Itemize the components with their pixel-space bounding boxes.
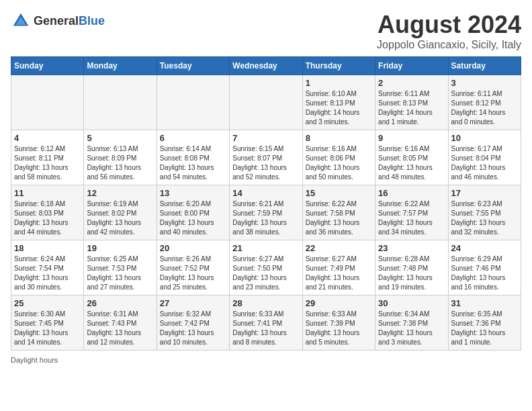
day-info: Sunrise: 6:18 AMSunset: 8:03 PMDaylight:… [14, 199, 81, 237]
day-number: 11 [14, 188, 81, 198]
day-number: 15 [306, 188, 372, 198]
col-saturday: Saturday [448, 57, 521, 75]
calendar-cell [230, 75, 302, 130]
day-number: 3 [451, 78, 518, 88]
day-info: Sunrise: 6:27 AMSunset: 7:50 PMDaylight:… [232, 255, 299, 292]
col-wednesday: Wednesday [230, 57, 302, 75]
day-number: 19 [87, 243, 153, 253]
day-number: 27 [160, 298, 226, 308]
day-number: 28 [232, 298, 299, 308]
calendar-cell: 5Sunrise: 6:13 AMSunset: 8:09 PMDaylight… [84, 130, 157, 185]
col-thursday: Thursday [302, 57, 375, 75]
day-number: 21 [232, 243, 299, 253]
day-number: 6 [160, 133, 226, 143]
day-info: Sunrise: 6:24 AMSunset: 7:54 PMDaylight:… [14, 255, 81, 292]
calendar-cell [84, 75, 157, 130]
calendar-cell: 3Sunrise: 6:11 AMSunset: 8:12 PMDaylight… [448, 75, 521, 130]
day-info: Sunrise: 6:13 AMSunset: 8:09 PMDaylight:… [87, 144, 153, 182]
day-info: Sunrise: 6:35 AMSunset: 7:36 PMDaylight:… [451, 310, 518, 347]
day-number: 2 [378, 78, 445, 88]
week-row-3: 11Sunrise: 6:18 AMSunset: 8:03 PMDayligh… [11, 185, 521, 240]
calendar-cell: 28Sunrise: 6:33 AMSunset: 7:41 PMDayligh… [230, 295, 302, 351]
col-sunday: Sunday [11, 57, 84, 75]
calendar-cell: 21Sunrise: 6:27 AMSunset: 7:50 PMDayligh… [230, 240, 302, 295]
calendar-cell: 14Sunrise: 6:21 AMSunset: 7:59 PMDayligh… [230, 185, 302, 240]
day-info: Sunrise: 6:11 AMSunset: 8:13 PMDaylight:… [378, 89, 445, 127]
calendar-cell: 8Sunrise: 6:16 AMSunset: 8:06 PMDaylight… [302, 130, 375, 185]
logo: GeneralBlue [11, 11, 105, 31]
day-info: Sunrise: 6:16 AMSunset: 8:06 PMDaylight:… [306, 144, 372, 182]
day-info: Sunrise: 6:29 AMSunset: 7:46 PMDaylight:… [451, 255, 518, 292]
week-row-5: 25Sunrise: 6:30 AMSunset: 7:45 PMDayligh… [11, 295, 521, 351]
logo-icon [11, 11, 31, 31]
logo-blue: Blue [79, 14, 105, 28]
day-number: 22 [306, 243, 372, 253]
calendar-cell: 10Sunrise: 6:17 AMSunset: 8:04 PMDayligh… [448, 130, 521, 185]
day-number: 9 [378, 133, 445, 143]
calendar-cell [11, 75, 84, 130]
day-info: Sunrise: 6:33 AMSunset: 7:39 PMDaylight:… [306, 310, 372, 347]
calendar-cell [157, 75, 229, 130]
calendar-cell: 13Sunrise: 6:20 AMSunset: 8:00 PMDayligh… [157, 185, 229, 240]
title-area: August 2024 Joppolo Giancaxio, Sicily, I… [377, 11, 521, 51]
day-info: Sunrise: 6:10 AMSunset: 8:13 PMDaylight:… [306, 89, 372, 127]
calendar-cell: 12Sunrise: 6:19 AMSunset: 8:02 PMDayligh… [84, 185, 157, 240]
day-info: Sunrise: 6:31 AMSunset: 7:43 PMDaylight:… [87, 310, 153, 347]
week-row-4: 18Sunrise: 6:24 AMSunset: 7:54 PMDayligh… [11, 240, 521, 295]
day-info: Sunrise: 6:22 AMSunset: 7:58 PMDaylight:… [306, 199, 372, 237]
day-info: Sunrise: 6:15 AMSunset: 8:07 PMDaylight:… [232, 144, 299, 182]
day-info: Sunrise: 6:30 AMSunset: 7:45 PMDaylight:… [14, 310, 81, 347]
day-number: 4 [14, 133, 81, 143]
day-number: 23 [378, 243, 445, 253]
calendar-cell: 31Sunrise: 6:35 AMSunset: 7:36 PMDayligh… [448, 295, 521, 351]
day-number: 13 [160, 188, 226, 198]
day-info: Sunrise: 6:23 AMSunset: 7:55 PMDaylight:… [451, 199, 518, 237]
day-info: Sunrise: 6:14 AMSunset: 8:08 PMDaylight:… [160, 144, 226, 182]
day-info: Sunrise: 6:34 AMSunset: 7:38 PMDaylight:… [378, 310, 445, 347]
day-info: Sunrise: 6:17 AMSunset: 8:04 PMDaylight:… [451, 144, 518, 182]
header: GeneralBlue August 2024 Joppolo Giancaxi… [11, 11, 521, 51]
calendar-header: Sunday Monday Tuesday Wednesday Thursday… [11, 57, 521, 75]
day-info: Sunrise: 6:11 AMSunset: 8:12 PMDaylight:… [451, 89, 518, 127]
calendar-cell: 29Sunrise: 6:33 AMSunset: 7:39 PMDayligh… [302, 295, 375, 351]
day-number: 16 [378, 188, 445, 198]
day-info: Sunrise: 6:20 AMSunset: 8:00 PMDaylight:… [160, 199, 226, 237]
calendar-cell: 24Sunrise: 6:29 AMSunset: 7:46 PMDayligh… [448, 240, 521, 295]
day-number: 10 [451, 133, 518, 143]
day-number: 24 [451, 243, 518, 253]
day-number: 12 [87, 188, 153, 198]
calendar-cell: 16Sunrise: 6:22 AMSunset: 7:57 PMDayligh… [375, 185, 448, 240]
day-number: 25 [14, 298, 81, 308]
col-tuesday: Tuesday [157, 57, 229, 75]
week-row-2: 4Sunrise: 6:12 AMSunset: 8:11 PMDaylight… [11, 130, 521, 185]
day-number: 29 [306, 298, 372, 308]
day-number: 26 [87, 298, 153, 308]
calendar-cell: 2Sunrise: 6:11 AMSunset: 8:13 PMDaylight… [375, 75, 448, 130]
day-number: 8 [306, 133, 372, 143]
subtitle: Joppolo Giancaxio, Sicily, Italy [377, 39, 521, 51]
day-info: Sunrise: 6:12 AMSunset: 8:11 PMDaylight:… [14, 144, 81, 182]
day-info: Sunrise: 6:16 AMSunset: 8:05 PMDaylight:… [378, 144, 445, 182]
calendar-cell: 9Sunrise: 6:16 AMSunset: 8:05 PMDaylight… [375, 130, 448, 185]
day-info: Sunrise: 6:27 AMSunset: 7:49 PMDaylight:… [306, 255, 372, 292]
day-info: Sunrise: 6:21 AMSunset: 7:59 PMDaylight:… [232, 199, 299, 237]
day-number: 30 [378, 298, 445, 308]
calendar-cell: 23Sunrise: 6:28 AMSunset: 7:48 PMDayligh… [375, 240, 448, 295]
calendar-cell: 1Sunrise: 6:10 AMSunset: 8:13 PMDaylight… [302, 75, 375, 130]
col-monday: Monday [84, 57, 157, 75]
calendar-cell: 26Sunrise: 6:31 AMSunset: 7:43 PMDayligh… [84, 295, 157, 351]
day-info: Sunrise: 6:28 AMSunset: 7:48 PMDaylight:… [378, 255, 445, 292]
calendar-body: 1Sunrise: 6:10 AMSunset: 8:13 PMDaylight… [11, 75, 521, 351]
day-info: Sunrise: 6:26 AMSunset: 7:52 PMDaylight:… [160, 255, 226, 292]
week-row-1: 1Sunrise: 6:10 AMSunset: 8:13 PMDaylight… [11, 75, 521, 130]
day-info: Sunrise: 6:22 AMSunset: 7:57 PMDaylight:… [378, 199, 445, 237]
calendar-cell: 30Sunrise: 6:34 AMSunset: 7:38 PMDayligh… [375, 295, 448, 351]
calendar-cell: 7Sunrise: 6:15 AMSunset: 8:07 PMDaylight… [230, 130, 302, 185]
logo-general: General [34, 14, 79, 28]
calendar-cell: 6Sunrise: 6:14 AMSunset: 8:08 PMDaylight… [157, 130, 229, 185]
calendar-table: Sunday Monday Tuesday Wednesday Thursday… [11, 56, 521, 351]
day-number: 14 [232, 188, 299, 198]
day-number: 31 [451, 298, 518, 308]
day-info: Sunrise: 6:33 AMSunset: 7:41 PMDaylight:… [232, 310, 299, 347]
header-row: Sunday Monday Tuesday Wednesday Thursday… [11, 57, 521, 75]
